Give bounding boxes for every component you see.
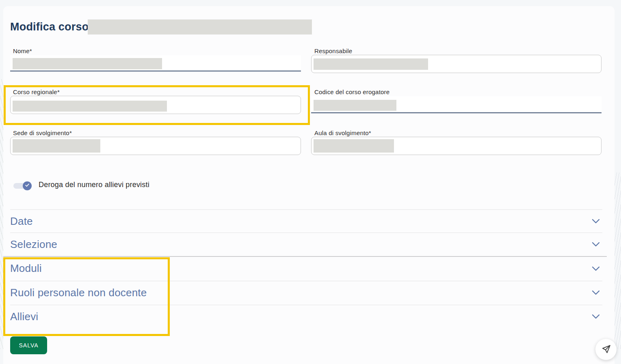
send-fab-button[interactable] bbox=[595, 339, 617, 360]
redacted-value bbox=[314, 58, 428, 70]
chevron-down-icon bbox=[592, 219, 600, 224]
redacted-value bbox=[314, 139, 394, 153]
nome-field-label: Nome* bbox=[13, 47, 32, 54]
modifica-corso-page: Modifica corso Nome* Responsabile Corso … bbox=[0, 0, 621, 364]
accordion-label: Ruoli personale non docente bbox=[10, 286, 147, 299]
sede-svolgimento-field-label: Sede di svolgimento* bbox=[13, 129, 72, 136]
accordion-label: Moduli bbox=[10, 262, 42, 275]
accordion-section-allievi[interactable]: Allievi bbox=[3, 305, 602, 328]
responsabile-field-label: Responsabile bbox=[314, 47, 352, 54]
aula-svolgimento-field-label: Aula di svolgimento* bbox=[314, 129, 371, 136]
accordion-label: Allievi bbox=[10, 310, 38, 323]
chevron-down-icon bbox=[592, 266, 600, 271]
redacted-value bbox=[13, 101, 167, 112]
accordion-section-ruoli-personale-non-docente[interactable]: Ruoli personale non docente bbox=[3, 281, 602, 304]
send-icon bbox=[601, 344, 611, 355]
right-edge-decoration bbox=[614, 172, 621, 349]
toggle-thumb bbox=[23, 181, 32, 190]
accordion-section-selezione[interactable]: Selezione bbox=[3, 233, 602, 256]
codice-corso-erogatore-field-label: Codice del corso erogatore bbox=[314, 88, 389, 95]
deroga-toggle[interactable] bbox=[13, 182, 30, 188]
chevron-down-icon bbox=[592, 290, 600, 295]
corso-regionale-field-label: Corso regionale* bbox=[13, 88, 60, 95]
redacted-value bbox=[314, 100, 396, 111]
page-title: Modifica corso bbox=[10, 21, 89, 33]
redacted-value bbox=[13, 139, 100, 153]
save-button[interactable]: SALVA bbox=[10, 336, 47, 354]
deroga-toggle-row[interactable]: Deroga del numero allievi previsti bbox=[13, 178, 149, 191]
form-card: Modifica corso Nome* Responsabile Corso … bbox=[3, 6, 615, 364]
redacted-value bbox=[13, 58, 162, 69]
chevron-down-icon bbox=[592, 314, 600, 319]
deroga-toggle-label: Deroga del numero allievi previsti bbox=[39, 181, 149, 189]
chevron-down-icon bbox=[592, 242, 600, 247]
accordion-section-moduli[interactable]: Moduli bbox=[3, 257, 602, 280]
accordion-label: Date bbox=[10, 215, 33, 228]
accordion-section-date[interactable]: Date bbox=[3, 209, 602, 233]
accordion-label: Selezione bbox=[10, 238, 57, 251]
redacted-course-name bbox=[88, 19, 312, 34]
left-edge-decoration bbox=[0, 79, 3, 349]
check-icon bbox=[24, 182, 30, 190]
